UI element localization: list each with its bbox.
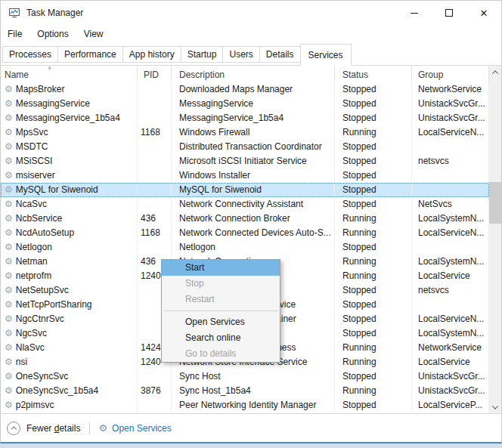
tab-strip: ProcessesPerformanceApp historyStartupUs… [1,43,501,66]
maximize-icon [445,9,453,17]
cell-pid [138,197,172,212]
service-gear-icon: ⚙ [5,141,13,152]
cell-status: Stopped [335,183,412,197]
service-row[interactable]: ⚙OneSyncSvc_1b5a43876Sync Host_1b5a4Runn… [1,384,489,398]
tab-startup[interactable]: Startup [181,46,224,63]
menu-separator [163,311,278,311]
scrollbar-down-button[interactable] [489,400,501,413]
close-icon: ✕ [480,8,488,19]
cell-name: ⚙NcaSvc [1,197,138,212]
cell-pid [138,398,172,412]
cell-status: Running [335,355,412,369]
service-row[interactable]: ⚙NcaSvcNetwork Connectivity AssistantSto… [1,197,489,212]
cell-group: LocalSystemN... [412,255,489,269]
column-header-description[interactable]: Description [172,66,335,82]
fewer-details-button[interactable]: Fewer details [26,423,80,434]
menu-item-open-services[interactable]: Open Services [162,314,280,330]
statusbar-divider [89,422,90,434]
cell-group: LocalServiceP... [412,398,489,412]
window-title: Task Manager [26,8,83,18]
title-bar: Task Manager ✕ [1,1,501,25]
service-row[interactable]: ⚙NcdAutoSetup1168Network Connected Devic… [1,226,489,240]
service-row[interactable]: ⚙msiserverWindows InstallerStopped [1,168,489,183]
service-gear-icon: ⚙ [5,127,13,137]
close-button[interactable]: ✕ [466,1,501,25]
cell-pid [138,183,172,197]
cell-pid: 1168 [138,125,172,140]
cell-pid [138,111,172,125]
cell-status: Stopped [335,154,412,168]
cell-status: Running [335,125,412,140]
cell-description: MessagingService_1b5a4 [172,111,335,125]
menu-item-restart: Restart [162,292,280,307]
minimize-icon [411,13,418,14]
open-services-link[interactable]: Open Services [112,423,172,434]
cell-description: Network Connected Devices Auto-S... [172,226,335,240]
service-row[interactable]: ⚙OneSyncSvcSync HostStoppedUnistackSvcGr… [1,369,489,384]
service-gear-icon: ⚙ [5,285,13,295]
service-row[interactable]: ⚙MessagingServiceMessagingServiceStopped… [1,97,489,111]
menu-item-search-online[interactable]: Search online [162,330,280,346]
cell-pid: 436 [138,212,172,226]
cell-group: NetSvcs [412,197,489,212]
tab-app-history[interactable]: App history [122,46,181,63]
cell-name: ⚙NgcCtnrSvc [1,312,138,326]
cell-name: ⚙MySQL for Siwenoid [1,183,138,197]
cell-description: Downloaded Maps Manager [172,82,335,97]
column-header-name[interactable]: ∧Name [1,66,138,82]
cell-group: LocalService [412,269,489,283]
service-row[interactable]: ⚙MessagingService_1b5a4MessagingService_… [1,111,489,125]
context-menu: StartStopRestartOpen ServicesSearch onli… [161,259,280,363]
cell-name: ⚙MessagingService [1,97,138,111]
cell-name: ⚙MapsBroker [1,82,138,97]
scrollbar-up-button[interactable] [489,66,501,79]
column-header-status[interactable]: Status [335,66,412,82]
cell-status: Stopped [335,140,412,154]
chevron-up-icon [11,426,16,431]
service-row[interactable]: ⚙MySQL for SiwenoidMySQL for SiwenoidSto… [1,183,489,197]
service-gear-icon: ⚙ [5,357,13,367]
cell-group: NetworkService [412,82,489,97]
vertical-scrollbar[interactable] [489,66,501,413]
menu-bar: FileOptionsView [1,25,501,43]
cell-name: ⚙OneSyncSvc [1,369,138,384]
column-header-pid[interactable]: PID [138,66,172,82]
service-row[interactable]: ⚙MapsBrokerDownloaded Maps ManagerStoppe… [1,82,489,97]
cell-status: Stopped [335,97,412,111]
collapse-details-icon[interactable] [7,422,20,435]
tab-users[interactable]: Users [222,46,259,63]
tab-services[interactable]: Services [300,44,352,66]
cell-description: Network Connection Broker [172,212,335,226]
maximize-button[interactable] [432,1,466,25]
menu-view[interactable]: View [76,26,111,42]
cell-name: ⚙Netlogon [1,240,138,255]
minimize-button[interactable] [397,1,432,25]
cell-description: Windows Installer [172,168,335,183]
cell-name: ⚙MpsSvc [1,125,138,140]
menu-item-start[interactable]: Start [162,260,280,276]
cell-description: MessagingService [172,97,335,111]
service-row[interactable]: ⚙MSDTCDistributed Transaction Coordinato… [1,140,489,154]
chevron-down-icon [492,403,498,409]
service-row[interactable]: ⚙NetlogonNetlogonStopped [1,240,489,255]
tab-details[interactable]: Details [259,46,301,63]
tab-performance[interactable]: Performance [57,46,123,63]
services-list: ∧NamePIDDescriptionStatusGroup ⚙MapsBrok… [1,66,501,413]
service-gear-icon: ⚙ [5,242,13,252]
scrollbar-thumb[interactable] [489,182,501,224]
menu-options[interactable]: Options [29,26,76,42]
service-row[interactable]: ⚙MpsSvc1168Windows FirewallRunningLocalS… [1,125,489,140]
column-header-group[interactable]: Group [412,66,489,82]
menu-file[interactable]: File [8,26,29,42]
cell-name: ⚙netprofm [1,269,138,283]
window-controls: ✕ [397,1,501,25]
cell-description: Windows Firewall [172,125,335,140]
cell-description: Sync Host [172,369,335,384]
cell-name: ⚙Netman [1,255,138,269]
service-row[interactable]: ⚙MSiSCSIMicrosoft iSCSI Initiator Servic… [1,154,489,168]
cell-name: ⚙MSDTC [1,140,138,154]
tab-processes[interactable]: Processes [2,46,58,63]
service-row[interactable]: ⚙p2pimsvcPeer Networking Identity Manage… [1,398,489,412]
cell-status: Stopped [335,240,412,255]
service-row[interactable]: ⚙NcbService436Network Connection BrokerR… [1,212,489,226]
